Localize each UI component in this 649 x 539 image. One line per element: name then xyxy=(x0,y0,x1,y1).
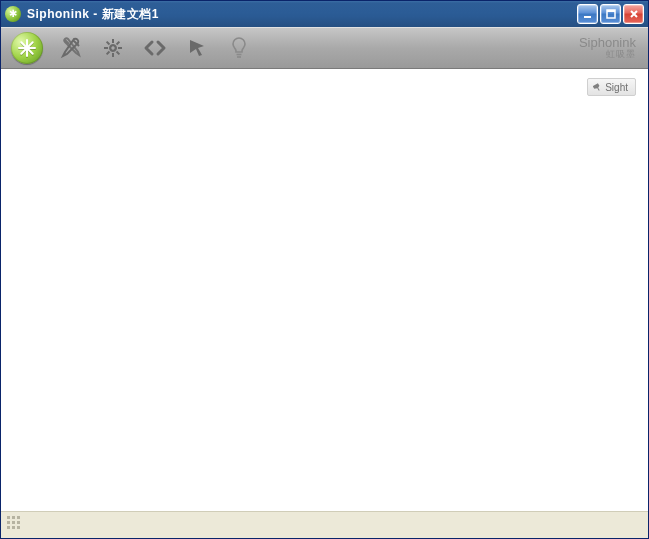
maximize-button[interactable] xyxy=(600,4,621,24)
brand-subtitle: 虹吸墨 xyxy=(579,50,636,60)
svg-rect-2 xyxy=(607,10,615,12)
titlebar[interactable]: Siphonink - 新建文档1 xyxy=(1,1,648,27)
svg-rect-9 xyxy=(104,47,108,49)
window-controls xyxy=(577,4,648,24)
close-button[interactable] xyxy=(623,4,644,24)
pin-icon xyxy=(593,83,602,92)
app-icon xyxy=(5,6,21,22)
window-title: Siphonink - 新建文档1 xyxy=(27,6,159,23)
sight-panel-tab[interactable]: Sight xyxy=(587,78,636,96)
gear-icon xyxy=(101,36,125,60)
lightbulb-icon xyxy=(229,36,249,60)
svg-rect-8 xyxy=(112,53,114,57)
code-icon xyxy=(142,36,168,60)
cursor-button[interactable] xyxy=(183,34,211,62)
main-menu-button[interactable] xyxy=(11,32,43,64)
svg-rect-10 xyxy=(118,47,122,49)
app-window: Siphonink - 新建文档1 xyxy=(0,0,649,539)
svg-rect-14 xyxy=(116,51,120,55)
editor-area[interactable]: Sight xyxy=(1,69,648,511)
minimize-button[interactable] xyxy=(577,4,598,24)
svg-rect-7 xyxy=(112,39,114,43)
hint-button[interactable] xyxy=(225,34,253,62)
resize-grip-icon[interactable] xyxy=(7,516,25,534)
settings-button[interactable] xyxy=(99,34,127,62)
svg-rect-12 xyxy=(106,51,110,55)
tools-icon xyxy=(59,36,83,60)
code-button[interactable] xyxy=(141,34,169,62)
statusbar xyxy=(1,511,648,538)
brand-name: Siphonink xyxy=(579,36,636,50)
asterisk-icon xyxy=(17,38,37,58)
cursor-icon xyxy=(186,37,208,59)
brand-label: Siphonink 虹吸墨 xyxy=(579,36,638,60)
svg-rect-11 xyxy=(116,41,120,45)
toolbar: Siphonink 虹吸墨 xyxy=(1,27,648,69)
sight-label: Sight xyxy=(605,82,628,93)
svg-rect-13 xyxy=(106,41,110,45)
tools-button[interactable] xyxy=(57,34,85,62)
svg-rect-0 xyxy=(584,16,591,18)
